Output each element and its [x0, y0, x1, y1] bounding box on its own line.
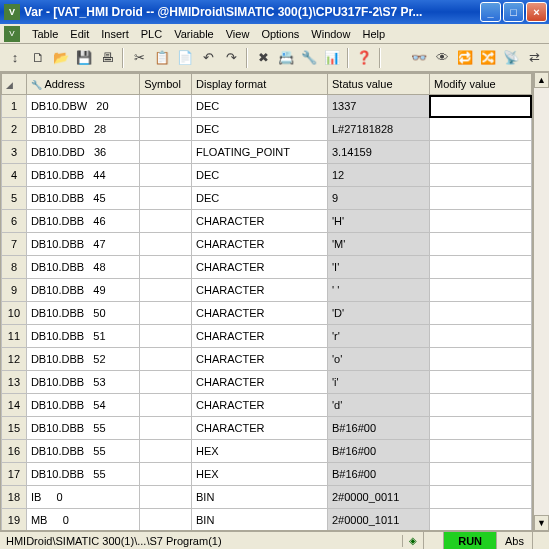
menu-window[interactable]: Window: [305, 26, 356, 42]
cell-symbol[interactable]: [140, 463, 192, 486]
shuffle-icon[interactable]: 🔀: [477, 47, 499, 69]
cell-modify[interactable]: [429, 164, 531, 187]
table-row[interactable]: 1DB10.DBW 20DEC1337: [2, 95, 532, 118]
scroll-down-button[interactable]: ▼: [534, 515, 549, 531]
row-number[interactable]: 7: [2, 233, 27, 256]
cell-symbol[interactable]: [140, 187, 192, 210]
cell-modify[interactable]: [429, 371, 531, 394]
cell-modify[interactable]: [429, 118, 531, 141]
row-number[interactable]: 5: [2, 187, 27, 210]
table-row[interactable]: 3DB10.DBD 36FLOATING_POINT3.14159: [2, 141, 532, 164]
cell-symbol[interactable]: [140, 279, 192, 302]
cell-modify[interactable]: [429, 187, 531, 210]
menu-help[interactable]: Help: [356, 26, 391, 42]
monitor-icon[interactable]: 👓: [408, 47, 430, 69]
table-row[interactable]: 10DB10.DBB 50CHARACTER'D': [2, 302, 532, 325]
cell-symbol[interactable]: [140, 95, 192, 118]
cell-address[interactable]: DB10.DBB 50: [26, 302, 139, 325]
cell-address[interactable]: MB 0: [26, 509, 139, 532]
menu-options[interactable]: Options: [255, 26, 305, 42]
row-number[interactable]: 19: [2, 509, 27, 532]
vertical-scrollbar[interactable]: ▲ ▼: [533, 72, 549, 531]
row-number[interactable]: 16: [2, 440, 27, 463]
menu-variable[interactable]: Variable: [168, 26, 220, 42]
cell-modify[interactable]: [429, 256, 531, 279]
cell-format[interactable]: HEX: [192, 440, 328, 463]
print-icon[interactable]: 🖶: [96, 47, 118, 69]
table-row[interactable]: 18IB 0BIN2#0000_0011: [2, 486, 532, 509]
row-number[interactable]: 12: [2, 348, 27, 371]
cut-icon[interactable]: ✂: [128, 47, 150, 69]
row-number[interactable]: 18: [2, 486, 27, 509]
cell-modify[interactable]: [429, 95, 531, 118]
cell-symbol[interactable]: [140, 509, 192, 532]
online-icon[interactable]: 📡: [500, 47, 522, 69]
resize-icon[interactable]: ↕: [4, 47, 26, 69]
cycle-icon[interactable]: 🔁: [454, 47, 476, 69]
copy-icon[interactable]: 📋: [151, 47, 173, 69]
delete-icon[interactable]: ✖: [252, 47, 274, 69]
cell-address[interactable]: DB10.DBB 52: [26, 348, 139, 371]
cell-modify[interactable]: [429, 417, 531, 440]
watch-icon[interactable]: 👁: [431, 47, 453, 69]
row-number[interactable]: 10: [2, 302, 27, 325]
new-icon[interactable]: 🗋: [27, 47, 49, 69]
menu-plc[interactable]: PLC: [135, 26, 168, 42]
table-row[interactable]: 17DB10.DBB 55HEXB#16#00: [2, 463, 532, 486]
cell-address[interactable]: DB10.DBD 28: [26, 118, 139, 141]
menu-view[interactable]: View: [220, 26, 256, 42]
cell-address[interactable]: DB10.DBB 51: [26, 325, 139, 348]
minimize-button[interactable]: _: [480, 2, 501, 22]
cell-modify[interactable]: [429, 509, 531, 532]
list-icon[interactable]: 📊: [321, 47, 343, 69]
cell-modify[interactable]: [429, 141, 531, 164]
undo-icon[interactable]: ↶: [197, 47, 219, 69]
row-number[interactable]: 8: [2, 256, 27, 279]
close-button[interactable]: ×: [526, 2, 547, 22]
col-modify[interactable]: Modify value: [429, 74, 531, 95]
col-status[interactable]: Status value: [327, 74, 429, 95]
cell-address[interactable]: IB 0: [26, 486, 139, 509]
table-row[interactable]: 6DB10.DBB 46CHARACTER'H': [2, 210, 532, 233]
menu-insert[interactable]: Insert: [95, 26, 135, 42]
cell-format[interactable]: CHARACTER: [192, 417, 328, 440]
row-number[interactable]: 17: [2, 463, 27, 486]
config-icon[interactable]: 🔧: [298, 47, 320, 69]
table-row[interactable]: 19MB 0BIN2#0000_1011: [2, 509, 532, 532]
cell-address[interactable]: DB10.DBB 45: [26, 187, 139, 210]
table-row[interactable]: 5DB10.DBB 45DEC9: [2, 187, 532, 210]
scroll-track[interactable]: [534, 88, 549, 515]
table-row[interactable]: 16DB10.DBB 55HEXB#16#00: [2, 440, 532, 463]
cell-symbol[interactable]: [140, 302, 192, 325]
menu-table[interactable]: Table: [26, 26, 64, 42]
cell-symbol[interactable]: [140, 486, 192, 509]
table-row[interactable]: 7DB10.DBB 47CHARACTER'M': [2, 233, 532, 256]
redo-icon[interactable]: ↷: [220, 47, 242, 69]
cell-format[interactable]: CHARACTER: [192, 325, 328, 348]
cell-address[interactable]: DB10.DBB 55: [26, 440, 139, 463]
col-address[interactable]: 🔧 Address: [26, 74, 139, 95]
cell-symbol[interactable]: [140, 348, 192, 371]
table-row[interactable]: 8DB10.DBB 48CHARACTER'I': [2, 256, 532, 279]
paste-icon[interactable]: 📄: [174, 47, 196, 69]
cell-symbol[interactable]: [140, 210, 192, 233]
table-row[interactable]: 2DB10.DBD 28DECL#27181828: [2, 118, 532, 141]
cell-modify[interactable]: [429, 463, 531, 486]
cell-format[interactable]: DEC: [192, 95, 328, 118]
row-number[interactable]: 11: [2, 325, 27, 348]
cell-symbol[interactable]: [140, 118, 192, 141]
cell-address[interactable]: DB10.DBD 36: [26, 141, 139, 164]
cell-format[interactable]: BIN: [192, 486, 328, 509]
save-icon[interactable]: 💾: [73, 47, 95, 69]
cell-format[interactable]: BIN: [192, 509, 328, 532]
col-format[interactable]: Display format: [192, 74, 328, 95]
cell-symbol[interactable]: [140, 233, 192, 256]
cell-symbol[interactable]: [140, 371, 192, 394]
cell-modify[interactable]: [429, 394, 531, 417]
cell-modify[interactable]: [429, 210, 531, 233]
cell-symbol[interactable]: [140, 325, 192, 348]
open-icon[interactable]: 📂: [50, 47, 72, 69]
row-number[interactable]: 3: [2, 141, 27, 164]
cell-symbol[interactable]: [140, 256, 192, 279]
cell-format[interactable]: DEC: [192, 187, 328, 210]
